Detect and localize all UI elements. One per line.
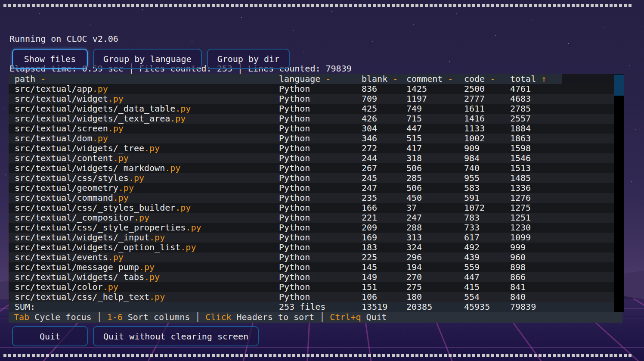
table-row[interactable]: src/textual/content.py Python 244 318 98… [9, 153, 614, 163]
comment-cell: 296 [406, 252, 464, 262]
path-text: src/textual/screen [15, 124, 108, 134]
path-cell: src/textual/widgets/_tabs.py [9, 272, 279, 282]
total-cell: 2557 [510, 114, 562, 124]
table-row[interactable]: src/textual/widget.py Python 709 1197 27… [9, 94, 614, 104]
total-cell: 840 [510, 292, 562, 302]
table-row[interactable]: src/textual/widgets/_tabs.py Python 149 … [9, 272, 614, 282]
table-row[interactable]: src/textual/widgets/_text_area.py Python… [9, 114, 614, 124]
total-cell: 1884 [510, 124, 562, 134]
language-cell: Python [279, 183, 362, 193]
path-text: src/textual/_compositor [15, 213, 134, 223]
sum-filler-cell [562, 302, 614, 312]
table-row[interactable]: src/textual/css/styles.py Python 245 285… [9, 173, 614, 183]
language-cell: Python [279, 292, 362, 302]
show-files-button[interactable]: Show files [12, 49, 88, 69]
filler-cell [562, 114, 614, 124]
path-text: src/textual/css/_style_properties [15, 223, 186, 233]
filler-cell [562, 104, 614, 114]
group-by-dir-button[interactable]: Group by dir [207, 49, 290, 69]
blank-cell: 169 [362, 233, 406, 243]
table-row[interactable]: src/textual/geometry.py Python 247 506 5… [9, 183, 614, 193]
path-cell: src/textual/content.py [9, 153, 279, 163]
comment-cell: 324 [406, 243, 464, 252]
path-cell: src/textual/css/styles.py [9, 173, 279, 183]
total-cell: 4761 [510, 84, 562, 94]
language-cell: Python [279, 233, 362, 243]
file-extension-text: .py [113, 153, 129, 163]
total-cell: 1863 [510, 134, 562, 143]
table-row[interactable]: src/textual/widgets/_input.py Python 169… [9, 233, 614, 243]
blank-cell: 836 [362, 84, 406, 94]
column-header-blank[interactable]: blank - [362, 74, 406, 84]
quit-button[interactable]: Quit [12, 326, 88, 346]
footer-description[interactable]: Quit [366, 312, 387, 323]
comment-cell: 1197 [406, 94, 464, 104]
file-extension-text: .py [139, 262, 155, 272]
path-cell: src/textual/message_pump.py [9, 262, 279, 272]
table-row[interactable]: src/textual/_compositor.py Python 221 24… [9, 213, 614, 223]
table-row[interactable]: src/textual/color.py Python 151 275 415 … [9, 282, 614, 292]
table-row[interactable]: src/textual/dom.py Python 346 515 1002 1… [9, 134, 614, 143]
filler-cell [562, 94, 614, 104]
column-header-total[interactable]: total ↑ [510, 74, 562, 84]
footer-key[interactable]: Tab [14, 312, 29, 323]
footer-key[interactable]: 1-6 [107, 312, 123, 323]
table-row[interactable]: src/textual/message_pump.py Python 145 1… [9, 262, 614, 272]
stars-decoration [0, 0, 1, 1]
code-cell: 2777 [464, 94, 510, 104]
blank-cell: 166 [362, 203, 406, 213]
blank-cell: 272 [362, 143, 406, 153]
language-cell: Python [279, 134, 362, 143]
filler-cell [562, 124, 614, 134]
quit-no-clear-button[interactable]: Quit without clearing screen [93, 326, 259, 346]
total-cell: 960 [510, 252, 562, 262]
path-cell: src/textual/css/_help_text.py [9, 292, 279, 302]
comment-cell: 417 [406, 143, 464, 153]
group-by-language-button[interactable]: Group by language [93, 49, 202, 69]
table-row[interactable]: src/textual/events.py Python 225 296 439… [9, 252, 614, 262]
table-row[interactable]: src/textual/css/_style_properties.py Pyt… [9, 223, 614, 233]
path-cell: src/textual/widgets/_tree.py [9, 143, 279, 153]
column-header-code[interactable]: code - [464, 74, 510, 84]
column-header-comment[interactable]: comment - [406, 74, 464, 84]
table-row[interactable]: src/textual/widgets/_option_list.py Pyth… [9, 243, 614, 252]
vertical-scrollbar[interactable] [614, 74, 624, 312]
footer-key[interactable]: Ctrl+q [330, 312, 361, 323]
sum-code-cell: 45935 [464, 302, 510, 312]
code-cell: 955 [464, 173, 510, 183]
file-extension-text: .py [186, 223, 201, 233]
path-cell: src/textual/geometry.py [9, 183, 279, 193]
table-row[interactable]: src/textual/css/_help_text.py Python 106… [9, 292, 614, 302]
table-row[interactable]: src/textual/app.py Python 836 1425 2500 … [9, 84, 614, 94]
table-row[interactable]: src/textual/widgets/_tree.py Python 272 … [9, 143, 614, 153]
filler-cell [562, 292, 614, 302]
comment-cell: 447 [406, 124, 464, 134]
table-row[interactable]: src/textual/css/_styles_builder.py Pytho… [9, 203, 614, 213]
table-row[interactable]: src/textual/command.py Python 235 450 59… [9, 193, 614, 203]
table-row[interactable]: src/textual/widgets/_data_table.py Pytho… [9, 104, 614, 114]
table-row[interactable]: src/textual/screen.py Python 304 447 113… [9, 124, 614, 134]
language-cell: Python [279, 223, 362, 233]
footer-description[interactable]: Cycle focus [34, 312, 91, 323]
path-text: src/textual/widgets/_data_table [15, 104, 175, 114]
column-header-language[interactable]: language - [279, 74, 362, 84]
code-cell: 740 [464, 163, 510, 173]
footer-key[interactable]: Click [205, 312, 231, 323]
path-cell: src/textual/widget.py [9, 94, 279, 104]
scrollbar-thumb[interactable] [614, 75, 624, 96]
footer-description[interactable]: Headers to sort [237, 312, 315, 323]
footer-description[interactable]: Sort columns [128, 312, 190, 323]
path-text: src/textual/widgets/_option_list [15, 243, 180, 252]
code-cell: 447 [464, 272, 510, 282]
language-cell: Python [279, 94, 362, 104]
column-header-path[interactable]: path - [9, 74, 279, 84]
path-cell: src/textual/css/_style_properties.py [9, 223, 279, 233]
sort-indicator: - [387, 74, 398, 84]
blank-cell: 304 [362, 124, 406, 134]
file-extension-text: .py [144, 143, 160, 153]
filler-cell [562, 233, 614, 243]
table-row[interactable]: src/textual/widgets/_markdown.py Python … [9, 163, 614, 173]
table-sum-row[interactable]: SUM: 253 files 13519 20385 45935 79839 [9, 302, 614, 312]
total-cell: 1230 [510, 223, 562, 233]
code-cell: 591 [464, 193, 510, 203]
